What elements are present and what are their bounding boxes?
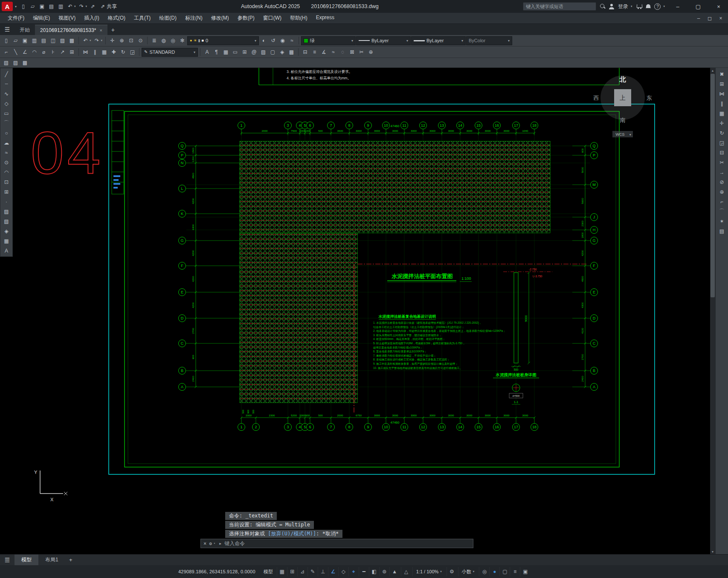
annotation-monitor-icon[interactable]: ▲ (389, 567, 400, 576)
notification-bell-icon[interactable] (646, 4, 651, 9)
properties-icon[interactable]: ▤ (717, 227, 726, 235)
search-icon[interactable] (600, 3, 606, 9)
leader-icon[interactable]: ↗ (58, 48, 67, 57)
layer-isolate-icon[interactable]: ◎ (168, 36, 177, 45)
wipeout-icon[interactable]: ▩ (287, 48, 296, 57)
break-icon[interactable]: ⊘ (717, 177, 726, 186)
lineweight-combo[interactable]: ByLayer ▾ (411, 36, 466, 45)
ellipse-arc-icon[interactable]: ◠ (2, 168, 11, 177)
erase-icon[interactable]: ✖ (717, 70, 726, 78)
publish-icon[interactable]: ▤ (39, 36, 48, 45)
pan-icon[interactable]: ✛ (108, 36, 117, 45)
menu-item-7[interactable]: 绘图(D) (155, 15, 181, 22)
logo-caret-icon[interactable]: ▾ (14, 5, 18, 9)
chamfer-icon[interactable]: ⌐ (717, 197, 726, 206)
saveas-icon[interactable]: ▤ (47, 2, 56, 11)
redo-icon-caret[interactable]: ▾ (101, 39, 103, 42)
point-icon[interactable]: ∙ (2, 197, 11, 206)
viewcube-south[interactable]: 南 (620, 117, 626, 123)
open-icon[interactable]: ▱ (11, 36, 20, 45)
menu-item-12[interactable]: 帮助(H) (286, 15, 312, 22)
command-close-icon[interactable]: × (203, 540, 206, 546)
autocad-logo[interactable]: A (2, 2, 13, 11)
osnap-icon[interactable]: ⌖ (348, 567, 359, 576)
trim-icon[interactable]: ✂ (357, 48, 366, 57)
object-isolate-icon[interactable]: ◎ (479, 567, 489, 576)
offset-icon[interactable]: ∥ (717, 99, 726, 108)
tab-model[interactable]: 模型 (15, 555, 38, 566)
copy-clip-icon[interactable]: ▨ (58, 36, 67, 45)
redo-icon[interactable]: ↷ (93, 36, 102, 45)
save-icon[interactable]: ▣ (38, 2, 46, 11)
layer-state-icon[interactable]: ◐ (259, 36, 268, 45)
redo-icon[interactable]: ↷ (77, 2, 86, 11)
rotate-icon[interactable]: ↻ (717, 128, 726, 137)
hatch-icon[interactable]: ▨ (259, 48, 268, 57)
new-tab-button[interactable]: + (107, 25, 119, 35)
viewcube-west[interactable]: 西 (594, 95, 599, 101)
lock-ui-icon[interactable]: ▣ (520, 567, 530, 576)
gradient-icon[interactable]: ▧ (2, 217, 11, 226)
extend-icon[interactable]: → (717, 168, 726, 177)
viewcube-top-face[interactable]: 上 (620, 94, 626, 101)
linetype-combo[interactable]: ByLayer ▾ (356, 36, 411, 45)
wcs-label[interactable]: WCS (616, 132, 625, 137)
scroll-down-icon[interactable]: ▼ (710, 549, 715, 554)
menu-item-9[interactable]: 修改(M) (207, 15, 233, 22)
units-combo[interactable]: 小数 ▾ (458, 567, 478, 576)
annotation-scale-icon[interactable]: △ (401, 567, 411, 576)
scrollbar-thumb[interactable] (711, 74, 715, 297)
table-icon[interactable]: ▦ (2, 236, 11, 245)
drawing-canvas[interactable]: 3. 桩位允许偏差应符合规范及设计要求。 4. 各标注尺寸单位、标高单位均为mm… (0, 68, 710, 554)
layer-match-icon[interactable]: ≈ (287, 36, 296, 45)
tab-drawing[interactable]: 2010691276068081533* × (35, 25, 107, 35)
plot-icon[interactable]: ▥ (56, 2, 65, 11)
block-icon[interactable]: ⊞ (240, 48, 249, 57)
copy-icon[interactable]: ⊞ (717, 79, 726, 88)
circle-icon[interactable]: ○ (2, 128, 11, 137)
cart-icon[interactable] (636, 4, 642, 9)
qnew-icon[interactable]: ▯ (19, 2, 28, 11)
file-tab-menu-icon[interactable]: ☰ (0, 24, 15, 35)
ortho-icon[interactable]: ⊥ (318, 567, 328, 576)
tab-layout1[interactable]: 布局1 (38, 555, 65, 566)
zoom-realtime-icon[interactable]: ⊕ (117, 36, 126, 45)
lineweight-icon[interactable]: ━ (359, 567, 369, 576)
menu-item-10[interactable]: 参数(P) (233, 15, 259, 22)
menu-item-6[interactable]: 工具(T) (130, 15, 155, 22)
menu-item-5[interactable]: 格式(O) (104, 15, 130, 22)
menu-item-11[interactable]: 窗口(W) (259, 15, 286, 22)
user-icon[interactable] (609, 4, 615, 9)
command-input[interactable]: ▸ 键入命令 (219, 540, 245, 547)
workspace-switching-icon[interactable]: ⚙ (447, 567, 457, 576)
insert-block-icon[interactable]: ⊡ (2, 177, 11, 186)
refedit-icon[interactable]: ▧ (2, 58, 11, 67)
save-icon[interactable]: ▣ (20, 36, 29, 45)
spline-icon[interactable]: ≈ (2, 148, 11, 157)
list-icon[interactable]: ≡ (310, 48, 319, 57)
doc-restore-button[interactable]: ◻ (704, 14, 715, 23)
rotate-icon[interactable]: ↻ (119, 48, 128, 57)
mirror-icon[interactable]: ⋈ (717, 89, 726, 98)
viewcube-north[interactable]: 北 (619, 76, 626, 83)
construction-line-icon[interactable]: ┄ (2, 79, 11, 88)
scale-icon[interactable]: ◲ (717, 138, 726, 147)
menu-item-4[interactable]: 插入(I) (80, 15, 103, 22)
zoom-window-icon[interactable]: ⊡ (127, 36, 136, 45)
paste-clip-icon[interactable]: ▩ (67, 36, 76, 45)
dim-arc-icon[interactable]: ◠ (30, 48, 39, 57)
close-button[interactable]: × (710, 0, 727, 13)
mirror-icon[interactable]: ⋈ (81, 48, 90, 57)
spline-edit-icon[interactable]: ≈ (329, 48, 338, 57)
rectangle-icon[interactable]: ▭ (2, 109, 11, 118)
plotstyle-combo[interactable]: ByColor ▾ (466, 36, 512, 45)
menu-item-1[interactable]: 文件(F) (3, 15, 29, 22)
dim-linear-icon[interactable]: ⌐ (2, 48, 11, 57)
selection-cycling-icon[interactable]: ⊚ (379, 567, 389, 576)
search-input[interactable] (523, 2, 596, 11)
minimize-button[interactable]: – (669, 0, 686, 13)
trim-icon[interactable]: ✂ (717, 158, 726, 167)
space-label[interactable]: 模型 (264, 569, 273, 575)
make-block-icon[interactable]: ⊞ (2, 187, 11, 196)
array-icon[interactable]: ▦ (100, 48, 109, 57)
